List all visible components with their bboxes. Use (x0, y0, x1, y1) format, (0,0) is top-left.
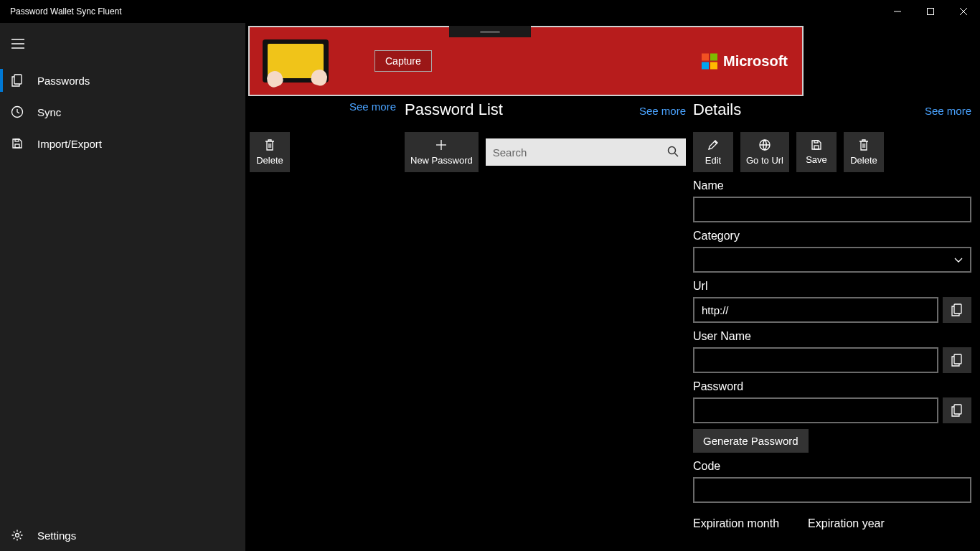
chevron-down-icon (954, 254, 963, 265)
label-name: Name (693, 179, 971, 192)
sidebar-item-label: Sync (37, 106, 61, 118)
svg-rect-9 (15, 144, 19, 148)
label-username: User Name (693, 330, 971, 343)
generate-password-button[interactable]: Generate Password (693, 429, 809, 453)
maximize-button[interactable] (914, 0, 947, 23)
password-input[interactable] (693, 397, 938, 423)
clock-icon (9, 105, 26, 118)
window-title: Password Wallet Sync Fluent (10, 6, 122, 17)
banner-illustration (263, 39, 329, 83)
sidebar-item-label: Settings (37, 529, 76, 542)
password-list-title: Password List (405, 100, 503, 119)
minimize-button[interactable] (881, 0, 914, 23)
svg-rect-20 (954, 354, 961, 364)
password-list-column: Password List See more New Password (400, 100, 690, 551)
trash-icon (858, 138, 870, 154)
hamburger-button[interactable] (0, 23, 245, 65)
svg-rect-19 (954, 304, 961, 314)
svg-rect-1 (928, 9, 934, 15)
svg-rect-7 (14, 75, 22, 84)
gear-icon (9, 529, 26, 542)
svg-rect-10 (15, 139, 19, 141)
label-exp-month: Expiration month (693, 517, 779, 530)
categories-column: See more Delete (245, 100, 400, 551)
copy-password-button[interactable] (943, 397, 971, 423)
sidebar-item-sync[interactable]: Sync (0, 96, 245, 128)
svg-point-14 (669, 146, 676, 154)
delete-password-button[interactable]: Delete (844, 132, 884, 172)
pencil-icon (707, 138, 720, 154)
see-more-link[interactable]: See more (925, 105, 971, 117)
svg-rect-21 (954, 405, 961, 414)
label-exp-year: Expiration year (808, 517, 885, 530)
sidebar-item-label: Passwords (37, 75, 90, 87)
code-input[interactable] (693, 477, 971, 503)
save-icon (811, 139, 822, 153)
ad-banner[interactable]: Capture Microsoft (248, 26, 804, 96)
search-box[interactable] (486, 138, 686, 166)
label-password: Password (693, 380, 971, 393)
delete-category-button[interactable]: Delete (250, 132, 290, 172)
sidebar-item-label: Import/Export (37, 138, 102, 150)
details-column: Details See more Edit Go to Url (690, 100, 980, 551)
goto-url-button[interactable]: Go to Url (740, 132, 789, 172)
sidebar: Passwords Sync Import/Export Settings (0, 23, 245, 551)
sidebar-item-import-export[interactable]: Import/Export (0, 128, 245, 159)
name-input[interactable] (693, 197, 971, 222)
copy-icon (9, 74, 26, 87)
label-code: Code (693, 460, 971, 473)
plus-icon (435, 138, 448, 154)
new-password-button[interactable]: New Password (405, 132, 479, 172)
svg-line-15 (675, 153, 679, 156)
titlebar: Password Wallet Sync Fluent (0, 0, 980, 23)
copy-url-button[interactable] (943, 297, 971, 323)
url-input[interactable] (693, 297, 938, 323)
close-button[interactable] (947, 0, 980, 23)
copy-username-button[interactable] (943, 347, 971, 373)
search-icon (667, 146, 679, 159)
label-category: Category (693, 230, 971, 242)
save-button[interactable]: Save (796, 132, 837, 172)
trash-icon (264, 138, 275, 154)
username-input[interactable] (693, 347, 938, 373)
edit-button[interactable]: Edit (693, 132, 733, 172)
sidebar-item-passwords[interactable]: Passwords (0, 65, 245, 96)
see-more-link[interactable]: See more (349, 100, 396, 113)
save-icon (9, 138, 26, 149)
details-title: Details (693, 100, 741, 119)
category-select[interactable] (693, 247, 971, 273)
banner-grip (449, 26, 531, 37)
sidebar-item-settings[interactable]: Settings (0, 519, 245, 551)
label-url: Url (693, 280, 971, 293)
svg-point-11 (16, 534, 19, 537)
globe-icon (758, 138, 771, 154)
capture-button[interactable]: Capture (374, 50, 432, 72)
see-more-link[interactable]: See more (639, 105, 686, 117)
svg-rect-17 (814, 146, 819, 149)
search-input[interactable] (493, 146, 667, 159)
svg-rect-18 (814, 141, 818, 143)
microsoft-logo: Microsoft (702, 53, 788, 70)
